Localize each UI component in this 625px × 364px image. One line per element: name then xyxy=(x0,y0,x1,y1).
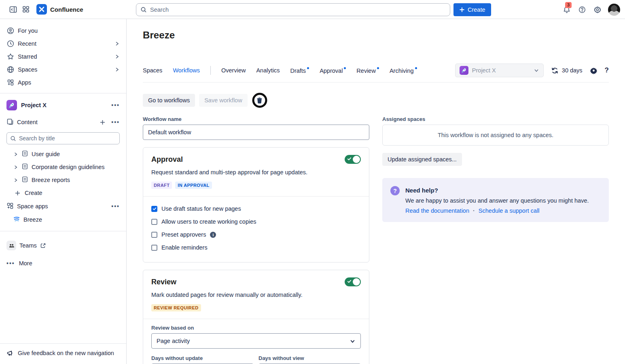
assigned-spaces-empty-text: This workflow is not assigned to any spa… xyxy=(438,132,553,138)
read-documentation-link[interactable]: Read the documentation xyxy=(405,207,469,214)
app-switcher-button[interactable] xyxy=(19,3,32,16)
sidebar-item-for-you[interactable]: For you xyxy=(0,24,126,37)
chevron-right-icon[interactable] xyxy=(13,165,18,170)
tab-drafts[interactable]: Drafts xyxy=(290,67,309,74)
space-apps-label: Space apps xyxy=(17,203,108,210)
sidebar-item-more[interactable]: ••• More xyxy=(0,257,126,270)
project-x-space-icon xyxy=(6,100,17,110)
go-to-workflows-button[interactable]: Go to workflows xyxy=(143,94,195,107)
period-selector[interactable]: 30 days xyxy=(551,67,583,74)
update-assigned-spaces-button[interactable]: Update assigned spaces... xyxy=(382,153,462,166)
teams-label: Teams xyxy=(19,242,37,249)
checkbox-checked[interactable] xyxy=(151,206,157,212)
sidebar-item-apps[interactable]: Apps xyxy=(0,76,126,89)
space-apps-section-header[interactable]: Space apps ••• xyxy=(0,199,126,213)
option-enable-reminders[interactable]: Enable reminders xyxy=(151,241,361,254)
status-badge-draft: DRAFT xyxy=(151,182,172,189)
give-feedback-link[interactable]: Give feedback on the new navigation xyxy=(0,343,126,364)
review-toggle[interactable] xyxy=(345,277,361,286)
tab-spaces[interactable]: Spaces xyxy=(143,67,162,74)
create-page-button[interactable]: Create xyxy=(0,186,126,199)
approval-card-description: Request standard and multi-step approval… xyxy=(151,169,361,176)
approval-toggle[interactable] xyxy=(345,155,361,164)
chevron-right-icon[interactable] xyxy=(13,152,18,157)
sidebar-divider xyxy=(0,231,126,231)
top-bar: Confluence Search Create 3 xyxy=(0,0,625,19)
new-indicator-dot xyxy=(344,67,346,69)
create-button[interactable]: Create xyxy=(453,3,491,16)
settings-button[interactable] xyxy=(591,3,604,16)
review-based-on-select[interactable]: Page activity xyxy=(151,333,361,349)
content-search-input[interactable]: Search by title xyxy=(6,132,120,144)
add-content-icon[interactable] xyxy=(100,119,106,125)
days-without-view-field: Days without view xyxy=(258,355,361,364)
option-label: Enable reminders xyxy=(161,244,208,251)
page-item-user-guide[interactable]: User guide xyxy=(0,148,126,161)
external-link-icon xyxy=(40,243,46,249)
content-more-icon[interactable]: ••• xyxy=(111,119,120,125)
plus-icon xyxy=(459,7,465,13)
delete-workflow-button[interactable] xyxy=(253,94,266,107)
feedback-label: Give feedback on the new navigation xyxy=(18,350,114,356)
user-avatar[interactable] xyxy=(608,4,620,16)
review-based-on-label: Review based on xyxy=(151,325,361,331)
sidebar-item-starred[interactable]: Starred xyxy=(0,50,126,63)
checkbox[interactable] xyxy=(151,232,157,238)
tab-review[interactable]: Review xyxy=(356,67,379,74)
person-circle-icon xyxy=(6,27,15,35)
content-section-header[interactable]: Content ••• xyxy=(0,115,126,129)
workflow-name-input[interactable] xyxy=(143,125,369,140)
space-selector-value: Project X xyxy=(472,67,530,74)
confluence-logo[interactable] xyxy=(36,4,47,15)
option-use-draft-status[interactable]: Use draft status for new pages xyxy=(151,202,361,215)
search-icon xyxy=(10,135,16,142)
schedule-support-call-link[interactable]: Schedule a support call xyxy=(479,207,540,214)
new-indicator-dot xyxy=(377,67,379,69)
teams-icon xyxy=(6,241,16,250)
tab-approval[interactable]: Approval xyxy=(320,67,346,74)
option-allow-working-copies[interactable]: Allow users to create working copies xyxy=(151,215,361,228)
option-preset-approvers[interactable]: Preset approvers i xyxy=(151,228,361,241)
notifications-button[interactable]: 3 xyxy=(560,3,573,16)
status-badge-review-required: REVIEW REQUIRED xyxy=(151,304,201,311)
workflow-help-button[interactable]: ? xyxy=(605,66,609,74)
gear-solid-icon xyxy=(590,67,597,74)
assigned-spaces-label: Assigned spaces xyxy=(382,116,609,122)
content-search-placeholder: Search by title xyxy=(19,135,55,142)
collapse-sidebar-button[interactable] xyxy=(6,3,19,16)
tab-archiving[interactable]: Archiving xyxy=(390,67,417,74)
tab-overview[interactable]: Overview xyxy=(221,67,246,74)
checkbox[interactable] xyxy=(151,245,157,251)
check-icon xyxy=(153,207,157,211)
sidebar-item-teams[interactable]: Teams xyxy=(0,239,126,252)
check-icon xyxy=(347,279,352,284)
chevron-right-icon[interactable] xyxy=(13,178,18,183)
space-app-breeze[interactable]: Breeze xyxy=(0,213,126,226)
page-title: User guide xyxy=(32,151,60,157)
page-item-breeze-reports[interactable]: Breeze reports xyxy=(0,174,126,186)
tab-analytics[interactable]: Analytics xyxy=(256,67,280,74)
current-space-row[interactable]: Project X ••• xyxy=(0,97,126,113)
checkbox[interactable] xyxy=(151,219,157,225)
link-separator: · xyxy=(473,207,475,214)
help-button[interactable] xyxy=(576,3,589,16)
workflow-settings-button[interactable] xyxy=(590,67,597,74)
tab-separator xyxy=(210,66,211,75)
sidebar-item-label: Starred xyxy=(18,53,111,60)
approval-card-title: Approval xyxy=(151,155,183,164)
help-icon xyxy=(578,6,586,14)
tab-workflows[interactable]: Workflows xyxy=(173,67,200,74)
star-icon xyxy=(6,53,15,61)
space-selector-dropdown[interactable]: Project X xyxy=(455,63,544,77)
sidebar: For you Recent Starred xyxy=(0,19,127,364)
space-apps-more-icon[interactable]: ••• xyxy=(111,203,120,210)
info-icon[interactable]: i xyxy=(210,232,216,238)
sidebar-item-recent[interactable]: Recent xyxy=(0,37,126,50)
save-workflow-button[interactable]: Save workflow xyxy=(199,94,247,107)
global-search-input[interactable]: Search xyxy=(136,3,450,16)
current-space-name: Project X xyxy=(21,102,107,108)
new-indicator-dot xyxy=(307,67,309,69)
sidebar-item-spaces[interactable]: Spaces xyxy=(0,63,126,76)
page-item-corporate-design-guidelines[interactable]: Corporate design guidelines xyxy=(0,161,126,174)
space-more-icon[interactable]: ••• xyxy=(111,102,120,108)
